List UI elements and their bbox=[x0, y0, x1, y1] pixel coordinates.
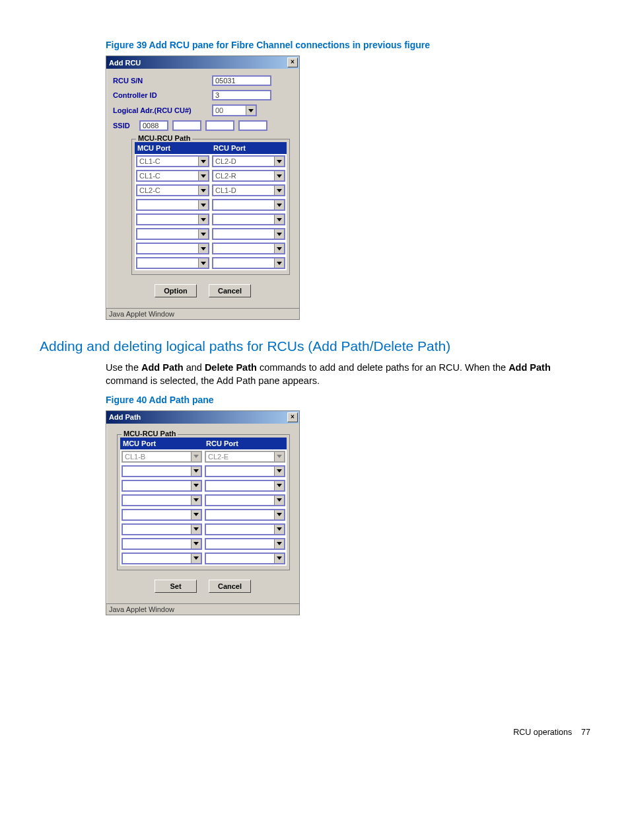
mcu-port-combo[interactable] bbox=[122, 553, 202, 564]
rcu-port-combo[interactable]: CL2-D bbox=[212, 155, 285, 167]
chevron-down-icon[interactable] bbox=[198, 171, 208, 180]
chevron-down-icon[interactable] bbox=[198, 258, 208, 268]
rcu-port-combo[interactable] bbox=[205, 509, 285, 521]
chevron-down-icon[interactable] bbox=[274, 200, 284, 210]
rcu-port-combo[interactable] bbox=[205, 494, 285, 506]
chevron-down-icon[interactable] bbox=[198, 200, 208, 210]
combo-value bbox=[137, 200, 198, 210]
mcu-port-combo[interactable] bbox=[122, 480, 202, 492]
mcu-port-combo[interactable]: CL2-C bbox=[136, 184, 209, 196]
rcu-port-combo[interactable] bbox=[212, 199, 285, 211]
chevron-down-icon[interactable] bbox=[274, 229, 284, 239]
path-row bbox=[135, 212, 287, 227]
chevron-down-icon[interactable] bbox=[274, 539, 284, 549]
combo-value bbox=[213, 244, 274, 253]
chevron-down-icon[interactable] bbox=[246, 106, 256, 115]
mcu-port-combo[interactable] bbox=[136, 257, 209, 269]
chevron-down-icon[interactable] bbox=[191, 539, 201, 549]
chevron-down-icon[interactable] bbox=[274, 171, 284, 180]
chevron-down-icon[interactable] bbox=[274, 244, 284, 253]
chevron-down-icon[interactable] bbox=[274, 554, 284, 563]
cancel-button[interactable]: Cancel bbox=[209, 580, 251, 593]
mcu-port-combo[interactable] bbox=[122, 523, 202, 535]
chevron-down-icon[interactable] bbox=[274, 481, 284, 490]
combo-value bbox=[123, 481, 191, 490]
mcu-port-combo[interactable] bbox=[136, 213, 209, 225]
chevron-down-icon[interactable] bbox=[198, 157, 208, 166]
rcu-port-combo[interactable] bbox=[212, 243, 285, 254]
chevron-down-icon[interactable] bbox=[274, 510, 284, 519]
combo-value bbox=[123, 467, 191, 476]
close-icon[interactable]: × bbox=[287, 412, 298, 422]
cancel-button[interactable]: Cancel bbox=[209, 284, 251, 297]
mcu-port-combo[interactable] bbox=[122, 538, 202, 550]
chevron-down-icon[interactable] bbox=[274, 525, 284, 534]
mcu-port-combo[interactable] bbox=[122, 509, 202, 521]
path-row: CL1-CCL2-D bbox=[135, 154, 287, 169]
chevron-down-icon[interactable] bbox=[191, 554, 201, 563]
chevron-down-icon[interactable] bbox=[191, 481, 201, 490]
footer-page: 77 bbox=[581, 728, 590, 737]
path-row bbox=[135, 227, 287, 241]
logical-adr-combo[interactable]: 00 bbox=[212, 104, 257, 116]
combo-value bbox=[123, 525, 191, 534]
mcu-port-combo[interactable] bbox=[122, 465, 202, 477]
rcu-port-combo[interactable] bbox=[212, 213, 285, 225]
combo-value bbox=[137, 229, 198, 239]
rcu-port-combo[interactable] bbox=[205, 553, 285, 564]
chevron-down-icon[interactable] bbox=[198, 186, 208, 195]
rcu-port-combo[interactable]: CL1-D bbox=[212, 184, 285, 196]
ssid-input-2[interactable] bbox=[205, 120, 234, 131]
chevron-down-icon[interactable] bbox=[274, 157, 284, 166]
ssid-input-3[interactable] bbox=[238, 120, 267, 131]
add-rcu-dialog: Add RCU × RCU S/N Controller ID Logical … bbox=[106, 56, 300, 320]
chevron-down-icon[interactable] bbox=[274, 215, 284, 224]
combo-value bbox=[206, 554, 274, 563]
combo-value bbox=[206, 539, 274, 549]
mcu-port-combo[interactable]: CL1-C bbox=[136, 170, 209, 182]
rcu-port-combo[interactable] bbox=[205, 538, 285, 550]
path-row bbox=[120, 522, 287, 537]
rcu-sn-input[interactable] bbox=[212, 75, 271, 86]
chevron-down-icon[interactable] bbox=[274, 496, 284, 505]
mcu-rcu-path-legend: MCU-RCU Path bbox=[136, 134, 192, 142]
mcu-port-combo[interactable] bbox=[136, 228, 209, 240]
rcu-port-combo[interactable] bbox=[212, 257, 285, 269]
rcu-port-header: RCU Port bbox=[203, 438, 287, 449]
path-row: CL1-CCL2-R bbox=[135, 169, 287, 183]
combo-value: CL2-R bbox=[213, 171, 274, 180]
combo-value bbox=[123, 510, 191, 519]
set-button[interactable]: Set bbox=[155, 580, 197, 593]
chevron-down-icon[interactable] bbox=[191, 496, 201, 505]
chevron-down-icon[interactable] bbox=[274, 186, 284, 195]
chevron-down-icon[interactable] bbox=[198, 229, 208, 239]
figure-39-caption: Figure 39 Add RCU pane for Fibre Channel… bbox=[106, 40, 590, 50]
controller-id-input[interactable] bbox=[212, 90, 271, 100]
chevron-down-icon[interactable] bbox=[191, 467, 201, 476]
mcu-port-combo[interactable] bbox=[122, 494, 202, 506]
chevron-down-icon[interactable] bbox=[191, 525, 201, 534]
status-bar: Java Applet Window bbox=[106, 603, 299, 615]
close-icon[interactable]: × bbox=[287, 57, 298, 67]
ssid-input-0[interactable] bbox=[139, 120, 168, 131]
ssid-label: SSID bbox=[113, 122, 139, 130]
chevron-down-icon[interactable] bbox=[198, 215, 208, 224]
rcu-port-combo[interactable] bbox=[205, 523, 285, 535]
option-button[interactable]: Option bbox=[155, 284, 197, 297]
mcu-port-combo[interactable] bbox=[136, 199, 209, 211]
rcu-port-combo[interactable]: CL2-R bbox=[212, 170, 285, 182]
combo-value: CL1-B bbox=[123, 452, 191, 461]
chevron-down-icon[interactable] bbox=[274, 467, 284, 476]
rcu-port-combo[interactable] bbox=[205, 480, 285, 492]
add-path-titlebar: Add Path × bbox=[106, 411, 299, 424]
mcu-port-combo[interactable]: CL1-C bbox=[136, 155, 209, 167]
rcu-port-combo[interactable] bbox=[205, 465, 285, 477]
combo-value bbox=[206, 467, 274, 476]
chevron-down-icon[interactable] bbox=[198, 244, 208, 253]
chevron-down-icon[interactable] bbox=[191, 510, 201, 519]
page-footer: RCU operations 77 bbox=[40, 728, 590, 737]
rcu-port-combo[interactable] bbox=[212, 228, 285, 240]
mcu-port-combo[interactable] bbox=[136, 243, 209, 254]
chevron-down-icon[interactable] bbox=[274, 258, 284, 268]
ssid-input-1[interactable] bbox=[172, 120, 201, 131]
